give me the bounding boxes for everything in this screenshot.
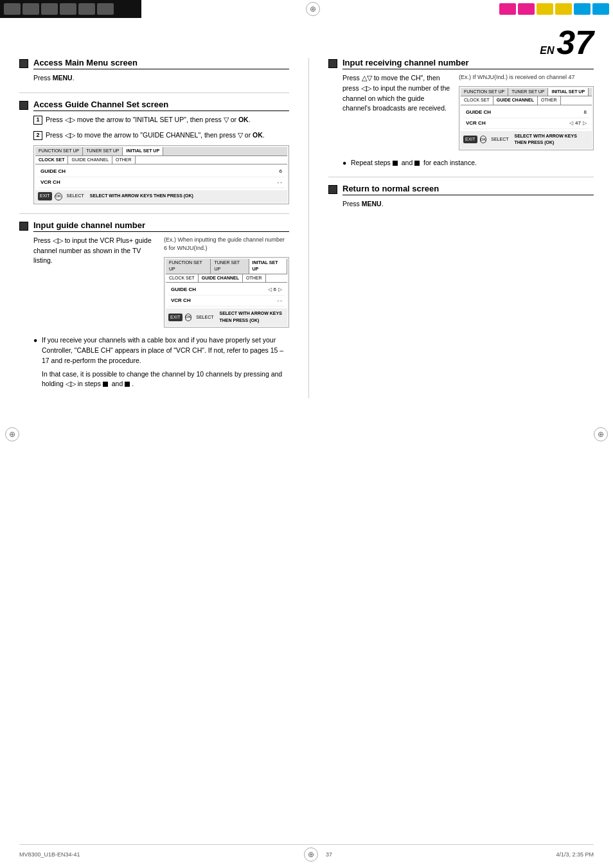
screen-row-vcr-ch-2: VCR CH - - <box>168 296 285 306</box>
step-1-text: Press ◁▷ move the arrow to "INITIAL SET … <box>46 115 251 125</box>
step-2: 2 Press ◁▷ to move the arrow to "GUIDE C… <box>33 130 289 141</box>
page-number: EN 37 <box>540 26 594 59</box>
section-box-3 <box>19 222 28 231</box>
tab3-function: FUNCTION SET UP <box>461 88 508 96</box>
ok-label-3: OK <box>481 137 486 143</box>
divider-2 <box>19 213 289 214</box>
section-header-receiving: Input receiving channel number <box>328 58 594 69</box>
screen-row-guide-ch-3: GUIDE CH 8 <box>463 107 589 118</box>
exit-btn-2: EXIT <box>168 314 182 322</box>
tab-function-set-up: FUNCTION SET UP <box>35 147 83 155</box>
footer-right: 4/1/3, 2:35 PM <box>556 851 594 858</box>
section-title-return: Return to normal screen <box>342 184 594 195</box>
sq-bullet-2 <box>125 382 130 387</box>
section-box-1 <box>19 59 28 68</box>
menu-bold-return: MENU <box>362 200 382 208</box>
bullet-cable-ch: ● If you receive your channels with a ca… <box>33 335 289 366</box>
section-input-receiving: Input receiving channel number Press △▽ … <box>328 58 594 168</box>
left-margin-circle: ⊕ <box>5 427 19 441</box>
and-word: and <box>112 380 123 387</box>
ok-circle-3: OK <box>480 136 487 143</box>
top-bar-right-blocks <box>484 0 613 18</box>
select-label-2: SELECT <box>196 314 213 321</box>
ok-bold-1: OK <box>238 116 249 123</box>
color-block-pink-2 <box>518 3 535 15</box>
menu-bold: MENU <box>53 74 73 82</box>
screen-tabs-3: FUNCTION SET UP TUNER SET UP INITIAL SET… <box>461 88 592 97</box>
guide-ch-value-2: ◁ 6 ▷ <box>268 286 282 294</box>
footer-left: MV8300_U1B-EN34-41 <box>19 851 80 858</box>
vcr-ch-label-3: VCR CH <box>466 120 486 127</box>
screen-tabs-1: FUNCTION SET UP TUNER SET UP INITIAL SET… <box>35 147 287 156</box>
tab2-initial: INITIAL SET UP <box>249 259 287 274</box>
screen-content-1: GUIDE CH 6 VCR CH - - <box>35 164 287 190</box>
screen-sub-tabs-2: CLOCK SET GUIDE CHANNEL OTHER <box>166 274 287 283</box>
screen-mockup-2: FUNCTION SET UP TUNER SET UP INITIAL SET… <box>164 257 289 328</box>
top-bar: ⊕ <box>0 0 613 18</box>
right-arrow-guide: ▷ <box>278 286 282 294</box>
divider-3 <box>328 177 594 177</box>
vcr-ch-label-1: VCR CH <box>40 179 60 186</box>
ok-label-1: OK <box>55 193 61 199</box>
sub3-guide: GUIDE CHANNEL <box>493 96 538 105</box>
guide-ch-value-3: 8 <box>584 109 587 116</box>
vcr-ch-value-2: - - <box>277 297 282 305</box>
section-body-input-guide: Press ◁▷ to input the VCR Plus+ guide ch… <box>19 236 289 389</box>
screen-content-3: GUIDE CH 8 VCR CH ◁ 47 ▷ <box>461 105 592 131</box>
receiving-intro: Press △▽ to move the CH″, then press ◁▷ … <box>342 73 452 114</box>
cable-ch-text: If you receive your channels with a cabl… <box>42 335 289 366</box>
color-block-yellow-1 <box>537 3 553 15</box>
screen-mockup-3: FUNCTION SET UP TUNER SET UP INITIAL SET… <box>459 86 594 150</box>
vcr-ch-value-1: - - <box>277 179 282 186</box>
columns-layout: Access Main Menu screen Press MENU. Acce… <box>19 58 594 398</box>
color-block-yellow-2 <box>555 3 572 15</box>
screen-controls-3: EXIT OK SELECT SELECT WITH ARROW KEYS TH… <box>461 131 592 148</box>
left-arrow-guide: ◁ <box>268 286 272 294</box>
section-access-guide-channel: Access Guide Channel Set screen 1 Press … <box>19 100 289 204</box>
guide-ch-label-2: GUIDE CH <box>171 286 196 294</box>
section-box-5 <box>328 185 337 194</box>
section-header-input-guide: Input guide channel number <box>19 220 289 232</box>
screen-row-guide-ch-2: GUIDE CH ◁ 6 ▷ <box>168 285 285 296</box>
bullet-symbol-1: ● <box>33 335 39 366</box>
section-box-4 <box>328 59 337 68</box>
sq-bullet-4 <box>414 161 420 166</box>
section-header-main-menu: Access Main Menu screen <box>19 58 289 69</box>
ok-circle-1: OK <box>55 193 62 200</box>
sq-bullet-1 <box>103 382 108 387</box>
instruction-1: SELECT WITH ARROW KEYS THEN PRESS (OK) <box>90 193 193 200</box>
step-num-2: 2 <box>33 131 42 140</box>
input-guide-intro: Press ◁▷ to input the VCR Plus+ guide ch… <box>33 236 157 266</box>
ex-note-3: (Ex.) If WNJU(Ind.) is received on chann… <box>459 73 594 82</box>
color-block-4 <box>60 3 76 15</box>
section-box-2 <box>19 101 28 110</box>
exit-btn-3: EXIT <box>463 136 477 144</box>
step-1: 1 Press ◁▷ move the arrow to "INITIAL SE… <box>33 115 289 125</box>
left-column: Access Main Menu screen Press MENU. Acce… <box>19 58 289 398</box>
compass-decoration: ⊕ <box>306 2 320 16</box>
ok-circle-2: OK <box>185 314 192 321</box>
screen-controls-1: EXIT OK SELECT SELECT WITH ARROW KEYS TH… <box>35 190 287 202</box>
exit-label-3: EXIT <box>465 136 475 143</box>
top-bar-left-blocks <box>0 0 141 18</box>
exit-label-1: EXIT <box>40 193 50 200</box>
select-label-1: SELECT <box>67 193 84 200</box>
section-header-guide: Access Guide Channel Set screen <box>19 100 289 111</box>
instruction-2: SELECT WITH ARROW KEYS THEN PRESS (OK) <box>219 310 285 324</box>
guide-ch-label-1: GUIDE CH <box>40 168 66 175</box>
section-input-guide-channel: Input guide channel number Press ◁▷ to i… <box>19 220 289 389</box>
select-label-3: SELECT <box>491 136 508 143</box>
instruction-3: SELECT WITH ARROW KEYS THEN PRESS (OK) <box>514 133 589 146</box>
vcr-ch-value-3: ◁ 47 ▷ <box>569 120 587 127</box>
screen-row-guide-ch-1: GUIDE CH 6 <box>38 166 285 177</box>
color-block-2 <box>22 3 39 15</box>
screen-row-vcr-ch-3: VCR CH ◁ 47 ▷ <box>463 118 589 129</box>
color-block-pink-1 <box>499 3 516 15</box>
exit-label-2: EXIT <box>170 314 181 321</box>
main-content: Access Main Menu screen Press MENU. Acce… <box>19 58 594 842</box>
screen-sub-tabs-3: CLOCK SET GUIDE CHANNEL OTHER <box>461 96 592 105</box>
step-list: 1 Press ◁▷ move the arrow to "INITIAL SE… <box>33 115 289 141</box>
step-num-1: 1 <box>33 116 42 125</box>
vertical-divider <box>308 58 309 398</box>
section-title-main-menu: Access Main Menu screen <box>33 58 289 69</box>
